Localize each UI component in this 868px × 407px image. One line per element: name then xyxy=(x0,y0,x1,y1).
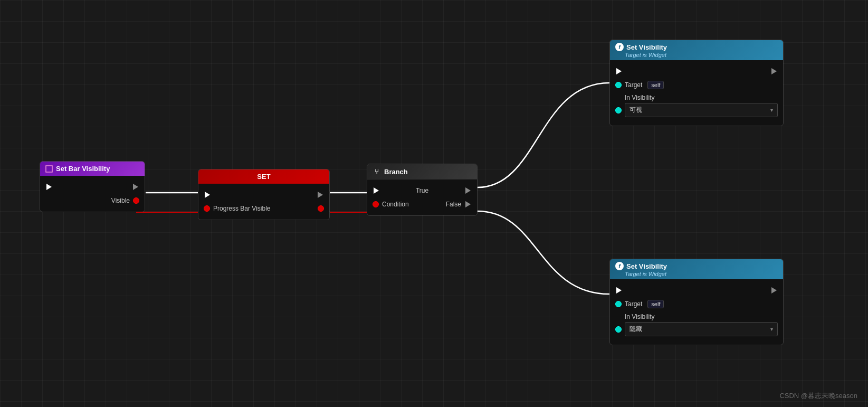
set-vis-bottom-vis-section: In Visibility 隐藏 ▾ xyxy=(610,311,783,340)
branch-exec-in[interactable] xyxy=(373,187,380,194)
set-vis-top-target-value[interactable]: self xyxy=(647,81,664,89)
branch-icon: ⑂ xyxy=(373,167,381,176)
branch-exec-true-row: True xyxy=(367,184,477,197)
set-vis-bottom-exec-row xyxy=(610,283,783,297)
widget-icon xyxy=(45,165,53,173)
exec-out-pin[interactable] xyxy=(132,183,139,191)
set-exec-row xyxy=(198,188,329,202)
condition-label: Condition xyxy=(382,201,409,208)
progress-bar-pin-row: Progress Bar Visible xyxy=(198,202,329,215)
set-vis-top-vis-pin[interactable] xyxy=(615,107,622,113)
progress-bar-out-pin[interactable] xyxy=(318,205,324,212)
set-vis-bottom-exec-in[interactable] xyxy=(615,287,623,294)
node-header-set-bar: Set Bar Visibility xyxy=(40,162,145,176)
branch-title: Branch xyxy=(384,168,408,176)
set-vis-top-target-pin[interactable] xyxy=(615,82,622,88)
progress-bar-in-pin[interactable] xyxy=(204,205,210,212)
exec-in-pin[interactable] xyxy=(45,183,53,191)
set-vis-bottom-vis-pin[interactable] xyxy=(615,326,622,333)
set-vis-bottom-target-label: Target xyxy=(625,300,642,308)
set-bar-body: Visible xyxy=(40,176,145,212)
visible-data-pin[interactable] xyxy=(133,197,139,204)
set-bar-visibility-title: Set Bar Visibility xyxy=(56,165,110,173)
visible-label: Visible xyxy=(111,197,130,204)
progress-bar-label: Progress Bar Visible xyxy=(213,205,271,212)
set-vis-bottom-target-row: Target self xyxy=(610,297,783,311)
node-header-set: SET xyxy=(198,169,329,184)
set-vis-top-exec-in[interactable] xyxy=(615,68,623,75)
set-vis-bottom-exec-out[interactable] xyxy=(770,287,778,294)
func-icon-top: f xyxy=(615,43,624,51)
visible-pin-row: Visible xyxy=(40,194,145,207)
set-vis-top-sub: Target is Widget xyxy=(615,52,666,58)
set-vis-top-vis-row: 可视 ▾ xyxy=(615,103,778,117)
set-vis-top-body: Target self In Visibility 可视 ▾ xyxy=(610,60,783,126)
set-node: SET Progress Bar Visible xyxy=(198,169,330,220)
set-bar-visibility-node: Set Bar Visibility Visible xyxy=(40,161,145,212)
set-visibility-top-node: f Set Visibility Target is Widget Target… xyxy=(609,40,784,126)
true-label: True xyxy=(416,187,428,194)
set-vis-bottom-target-pin[interactable] xyxy=(615,301,622,307)
set-vis-bottom-vis-label: In Visibility xyxy=(615,313,778,320)
set-vis-bottom-header: f Set Visibility Target is Widget xyxy=(610,259,783,279)
branch-condition-pin[interactable] xyxy=(373,201,379,207)
set-vis-bottom-chevron-icon: ▾ xyxy=(770,326,773,332)
set-vis-top-exec-out[interactable] xyxy=(770,68,778,75)
set-vis-top-target-row: Target self xyxy=(610,78,783,92)
branch-cond-false-row: Condition False xyxy=(367,197,477,211)
branch-node: ⑂ Branch True Condition False xyxy=(367,164,478,216)
set-vis-top-header: f Set Visibility Target is Widget xyxy=(610,40,783,60)
set-vis-bottom-sub: Target is Widget xyxy=(615,271,666,277)
set-vis-bottom-target-value[interactable]: self xyxy=(647,300,664,308)
exec-row xyxy=(40,180,145,194)
set-vis-top-chevron-icon: ▾ xyxy=(770,107,773,113)
set-vis-top-dropdown[interactable]: 可视 ▾ xyxy=(625,103,778,117)
false-label: False xyxy=(446,201,461,208)
set-vis-top-vis-label: In Visibility xyxy=(615,94,778,101)
set-vis-bottom-vis-row: 隐藏 ▾ xyxy=(615,322,778,336)
set-vis-top-target-label: Target xyxy=(625,81,642,89)
set-vis-top-func-name: f Set Visibility xyxy=(615,43,667,51)
set-vis-bottom-dropdown-value: 隐藏 xyxy=(629,325,642,334)
node-header-branch: ⑂ Branch xyxy=(367,164,477,179)
set-vis-bottom-body: Target self In Visibility 隐藏 ▾ xyxy=(610,279,783,345)
set-vis-bottom-dropdown[interactable]: 隐藏 ▾ xyxy=(625,322,778,336)
func-icon-bottom: f xyxy=(615,262,624,270)
set-exec-out[interactable] xyxy=(317,191,324,198)
branch-false-out[interactable] xyxy=(464,201,472,208)
set-vis-top-vis-section: In Visibility 可视 ▾ xyxy=(610,92,783,121)
set-body: Progress Bar Visible xyxy=(198,184,329,220)
set-vis-top-dropdown-value: 可视 xyxy=(629,106,642,115)
set-visibility-bottom-node: f Set Visibility Target is Widget Target… xyxy=(609,259,784,345)
set-title: SET xyxy=(257,173,270,181)
branch-true-out[interactable] xyxy=(464,187,472,194)
set-exec-in[interactable] xyxy=(204,191,211,198)
watermark: CSDN @暮志未晚season xyxy=(779,391,857,401)
set-vis-top-exec-row xyxy=(610,64,783,78)
set-vis-bottom-func-name: f Set Visibility xyxy=(615,262,667,270)
branch-body: True Condition False xyxy=(367,179,477,215)
